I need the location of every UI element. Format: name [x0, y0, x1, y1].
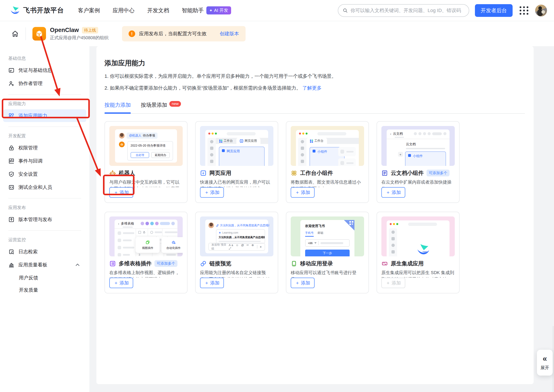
add-link-preview-button[interactable]: ＋ 添加	[200, 278, 224, 288]
nav-item-assistant[interactable]: 智能助手 ✦AI 开发	[182, 6, 231, 14]
learn-more-link[interactable]: 了解更多	[302, 85, 322, 91]
card-title-webapp: 网页应用	[209, 169, 231, 177]
add-mobile-login-button[interactable]: ＋ 添加	[291, 278, 315, 288]
send-icon: ➤	[260, 245, 262, 248]
sidebar-item-dev-quality[interactable]: 开发质量	[0, 284, 89, 296]
add-docs-widget-button[interactable]: ＋ 添加	[381, 187, 405, 198]
card-title-robot: 机器人	[119, 169, 135, 177]
sidebar-divider	[8, 230, 81, 231]
warning-icon: !	[129, 30, 135, 37]
add-widget-button[interactable]: ＋ 添加	[291, 187, 315, 198]
publish-icon	[8, 217, 14, 223]
sidebar-divider	[8, 94, 81, 95]
capability-cards: @机器人 待办事项 2022-05-20 待办事项详情 去处理	[104, 121, 477, 294]
event-callback-icon	[8, 158, 14, 164]
brand-logo[interactable]: 飞书开放平台	[10, 6, 64, 15]
todo-secondary-button: 延期待办	[151, 152, 170, 158]
nav-item-cases[interactable]: 客户案例	[78, 7, 100, 14]
card-title-widget: 工作台小组件	[300, 169, 333, 177]
ai-dev-badge[interactable]: ✦AI 开发	[206, 6, 231, 14]
sidebar-item-event[interactable]: 事件与回调	[3, 155, 86, 168]
search-input[interactable]	[351, 8, 464, 13]
feishu-logo-icon	[10, 6, 20, 15]
sidebar-item-quality-dashboard[interactable]: 应用质量看板	[3, 259, 86, 271]
app-org: 正式应用@用户450808的组织	[50, 35, 108, 41]
todo-primary-button: 去处理	[131, 152, 149, 158]
native-preview	[381, 217, 455, 256]
card-link-preview: 方法到实践，从不同角度提高产品思维能力！ ★ Learning.com ···	[195, 212, 278, 294]
sparkle-icon: ✦	[209, 8, 213, 13]
header-divider	[25, 27, 26, 40]
expand-panel-button[interactable]: « 展开	[537, 350, 553, 376]
sidebar-item-add-capability[interactable]: 添加应用能力	[3, 109, 86, 122]
app-header: OpenClaw 待上线 正式应用@用户450808的组织 ! 应用发布后，当前…	[0, 21, 554, 46]
add-webapp-button[interactable]: ＋ 添加	[200, 187, 224, 198]
widget-preview: 工作台 小组件	[291, 126, 364, 166]
chevron-up-icon[interactable]	[75, 262, 81, 268]
app-grid-icon[interactable]	[519, 6, 529, 15]
sidebar-section-monitor: 运营监控	[0, 237, 89, 243]
card-title-base: 多维表格插件	[119, 260, 152, 267]
robot-preview: @机器人 待办事项 2022-05-20 待办事项详情 去处理	[109, 126, 183, 166]
add-base-plugin-button[interactable]: ＋ 添加	[109, 278, 133, 288]
feishu-logo-icon	[417, 243, 430, 256]
card-desc-docs: 在云文档中扩展内容或者添加快捷操作。	[381, 179, 455, 187]
nav-item-docs[interactable]: 开发文档	[147, 7, 169, 14]
robot-avatar	[119, 141, 125, 147]
sidebar-item-credential[interactable]: 凭证与基础信息	[3, 64, 86, 77]
card-docs-widget: ‹ 云文档 云文档 + 小组件	[377, 121, 460, 203]
svg-text:e: e	[202, 172, 204, 175]
double-chevron-left-icon: «	[543, 355, 547, 363]
sidebar-item-security[interactable]: 安全设置	[3, 168, 86, 181]
sidebar-divider	[8, 126, 81, 127]
home-icon[interactable]	[10, 29, 20, 39]
card-title-mobile: 移动应用登录	[300, 260, 333, 267]
lock-icon	[8, 145, 14, 151]
webapp-icon: e	[200, 170, 207, 176]
card-title-docs: 云文档小组件	[391, 169, 424, 177]
sidebar-item-log[interactable]: 日志检索	[3, 245, 86, 258]
sidebar-section-dev: 开发配置	[0, 133, 89, 139]
chevron-left-icon: ‹	[390, 132, 391, 136]
card-desc-base: 在多维表格上制作视图、逻辑插件，让你的多维表格变得更强大。	[109, 269, 183, 278]
sidebar-section-basic: 基础信息	[0, 56, 89, 61]
create-version-link[interactable]: 创建版本	[220, 30, 239, 37]
sidebar-item-collaborator[interactable]: 协作者管理	[3, 77, 86, 90]
add-native-app-button-disabled: ＋ 添加	[381, 278, 405, 288]
tab-by-scene[interactable]: 按场景添加 new	[141, 101, 181, 113]
app-meta: OpenClaw 待上线 正式应用@用户450808的组织	[50, 27, 108, 41]
sidebar-item-user-feedback[interactable]: 用户反馈	[0, 272, 89, 284]
link-icon	[216, 224, 219, 227]
nav-menu: 客户案例 应用中心 开发文档 智能助手 ✦AI 开发	[78, 6, 231, 14]
multi-add-badge: 可添加多个	[154, 260, 177, 267]
new-badge: new	[169, 101, 181, 107]
mobile-preview: 欢迎使用飞书 手机号 邮箱 +86 下一步	[291, 217, 364, 256]
sidebar-item-version[interactable]: 版本管理与发布	[3, 213, 86, 226]
search-icon	[343, 8, 348, 13]
card-desc-linkpreview: 应用能为注册的域名自定义链接预览，用户在飞书发送链接后，能在链接下方展示...	[200, 269, 273, 278]
chat-user-avatar	[208, 222, 214, 228]
global-search[interactable]	[338, 4, 469, 17]
user-avatar[interactable]	[535, 5, 547, 16]
developer-console-button[interactable]: 开发者后台	[475, 4, 512, 17]
sidebar-divider	[8, 198, 81, 198]
sidebar-item-test[interactable]: 测试企业和人员	[3, 181, 86, 194]
nav-item-appcenter[interactable]: 应用中心	[113, 7, 134, 14]
main-content-panel: 添加应用能力 1. 你可以根据实际需求，为应用开启能力。单个应用可开启多种能力，…	[96, 46, 534, 384]
collaborator-icon	[8, 80, 14, 87]
base-preview: ‹ 多维表格	[109, 217, 183, 256]
docs-widget-icon	[381, 170, 388, 176]
add-robot-button[interactable]: ＋ 添加	[109, 187, 133, 198]
chat-user-avatar	[119, 133, 125, 139]
page-title: 添加应用能力	[104, 58, 525, 68]
sidebar-item-permission[interactable]: 权限管理	[3, 141, 86, 154]
sidebar: 基础信息 凭证与基础信息 协作者管理 应用能力 添加应用能力 开发配置	[0, 46, 89, 392]
tab-by-capability[interactable]: 按能力添加	[104, 101, 131, 113]
credential-icon	[8, 67, 14, 73]
card-robot: @机器人 待办事项 2022-05-20 待办事项详情 去处理	[104, 121, 187, 203]
shield-check-icon	[8, 171, 14, 177]
card-desc-mobile: 移动应用可以通过飞书账号进行登录。	[291, 269, 364, 278]
add-capability-icon	[8, 113, 14, 119]
bar-chart-icon	[8, 262, 14, 268]
brand-title: 飞书开放平台	[23, 6, 64, 15]
